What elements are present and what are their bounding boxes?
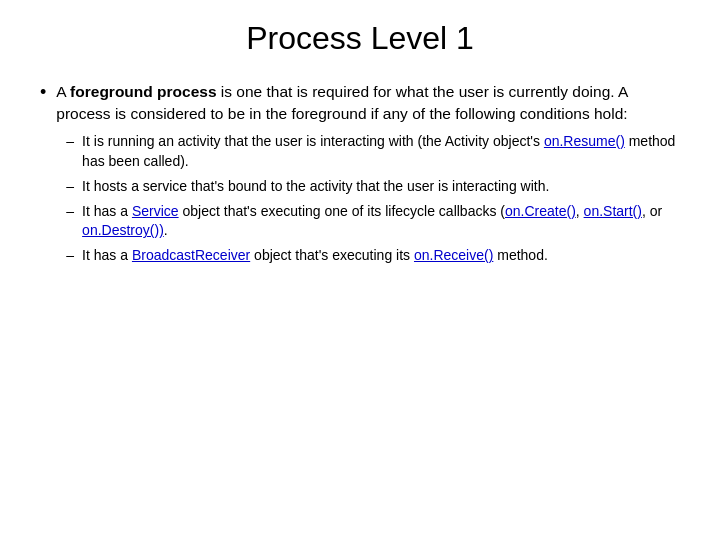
on-destroy-link[interactable]: on.Destroy()) [82,222,164,238]
main-bullet-text: A foreground process is one that is requ… [56,81,680,271]
sub-item-3-text: It has a Service object that's executing… [82,202,680,242]
page: Process Level 1 • A foreground process i… [0,0,720,540]
sub-item-4-text: It has a BroadcastReceiver object that's… [82,246,548,266]
intro-a: A [56,83,70,100]
broadcast-receiver-link[interactable]: BroadcastReceiver [132,247,250,263]
page-title: Process Level 1 [40,20,680,57]
sub-conditions-list: – It is running an activity that the use… [66,132,680,266]
bullet-dot: • [40,82,46,103]
on-receive-link[interactable]: on.Receive() [414,247,493,263]
dash-icon: – [66,202,74,222]
sub-item-2-text: It hosts a service that's bound to the a… [82,177,549,197]
on-start-link[interactable]: on.Start() [584,203,642,219]
list-item: – It has a BroadcastReceiver object that… [66,246,680,266]
service-link[interactable]: Service [132,203,179,219]
main-bullet: • A foreground process is one that is re… [40,81,680,271]
dash-icon: – [66,132,74,152]
dash-icon: – [66,246,74,266]
sub-item-1-text: It is running an activity that the user … [82,132,680,172]
list-item: – It hosts a service that's bound to the… [66,177,680,197]
on-create-link[interactable]: on.Create() [505,203,576,219]
foreground-process-label: foreground process [70,83,216,100]
list-item: – It is running an activity that the use… [66,132,680,172]
dash-icon: – [66,177,74,197]
on-resume-link[interactable]: on.Resume() [544,133,625,149]
content-area: • A foreground process is one that is re… [40,81,680,520]
list-item: – It has a Service object that's executi… [66,202,680,242]
